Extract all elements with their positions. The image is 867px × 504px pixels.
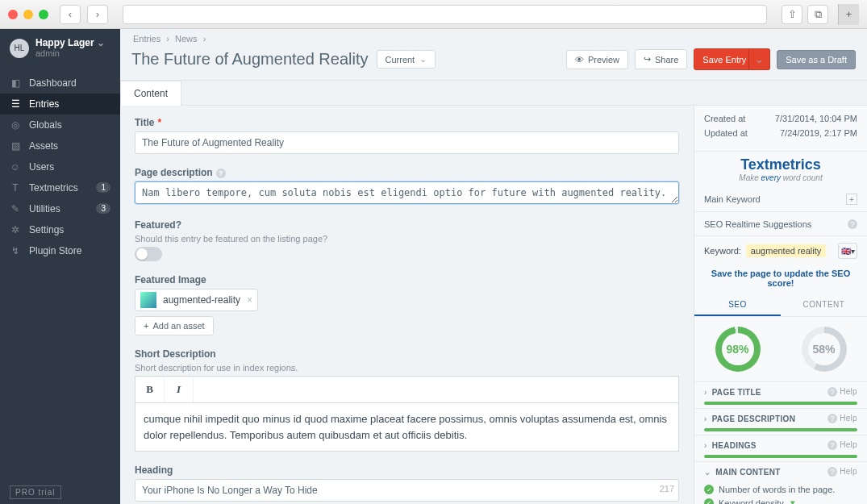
tabs-icon[interactable]: ⧉ — [807, 5, 828, 24]
window-close[interactable] — [8, 10, 18, 19]
window-minimize[interactable] — [23, 10, 33, 19]
browser-forward-button[interactable]: › — [87, 5, 108, 24]
new-tab-button[interactable]: + — [838, 4, 859, 25]
browser-chrome: ‹ › ⇧ ⧉ + — [0, 0, 867, 29]
share-icon[interactable]: ⇧ — [782, 5, 802, 24]
browser-back-button[interactable]: ‹ — [60, 5, 81, 24]
traffic-lights — [8, 10, 48, 19]
window-zoom[interactable] — [39, 10, 48, 19]
address-bar[interactable] — [123, 5, 767, 24]
